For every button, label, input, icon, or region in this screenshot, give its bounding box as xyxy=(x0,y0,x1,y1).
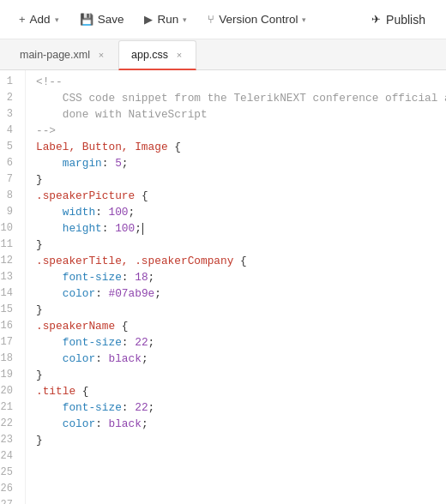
code-token: height xyxy=(63,222,102,235)
code-token xyxy=(36,157,63,170)
code-token: #07ab9e xyxy=(108,287,154,300)
code-line: font-size: 22; xyxy=(36,334,446,351)
line-number: 22 xyxy=(0,416,18,432)
code-token: : xyxy=(122,336,135,349)
publish-icon: ✈ xyxy=(371,13,381,26)
line-number: 13 xyxy=(0,269,18,285)
code-token: } xyxy=(36,434,43,447)
code-token: } xyxy=(36,369,43,381)
line-number: 21 xyxy=(0,399,18,416)
code-token: 5 xyxy=(115,157,122,170)
toolbar: + Add ▾ 💾 Save ▶ Run ▾ ⑂ Version Control… xyxy=(0,0,446,39)
code-token: 22 xyxy=(135,401,148,414)
line-number: 20 xyxy=(0,383,18,399)
save-label: Save xyxy=(98,13,124,26)
code-token: { xyxy=(135,189,148,202)
code-token: .speakerName xyxy=(36,320,115,333)
tab-app-css[interactable]: app.css × xyxy=(118,40,196,70)
code-token xyxy=(36,206,63,219)
code-line: } xyxy=(36,237,446,253)
code-token: ; xyxy=(148,271,155,284)
code-line: width: 100; xyxy=(36,204,446,220)
code-token: { xyxy=(233,255,246,267)
save-button[interactable]: 💾 Save xyxy=(71,8,133,31)
tab-bar: main-page.xml × app.css × xyxy=(0,39,446,70)
tab-app-css-close-icon[interactable]: × xyxy=(173,49,185,61)
tab-app-css-label: app.css xyxy=(131,49,168,61)
code-token: ; xyxy=(142,417,148,430)
code-token xyxy=(36,287,63,300)
code-token: font-size xyxy=(63,271,122,284)
add-button[interactable]: + Add ▾ xyxy=(10,8,68,31)
code-token: ; xyxy=(148,401,155,414)
code-line: } xyxy=(36,367,446,383)
code-line: margin: 5; xyxy=(36,155,446,171)
code-line: font-size: 18; xyxy=(36,269,446,285)
line-numbers: 1234567891011121314151617181920212223242… xyxy=(0,70,26,504)
code-token: done with NativeScript xyxy=(36,108,208,121)
code-token: : xyxy=(95,206,108,219)
text-cursor xyxy=(142,223,143,235)
code-line: .speakerTitle, .speakerCompany { xyxy=(36,253,446,269)
line-number: 19 xyxy=(0,367,18,383)
version-control-label: Version Control xyxy=(219,13,298,26)
line-number: 9 xyxy=(0,204,18,220)
code-token: { xyxy=(75,385,88,398)
run-button[interactable]: ▶ Run ▾ xyxy=(136,8,196,31)
code-lines: 1234567891011121314151617181920212223242… xyxy=(0,70,446,504)
code-token: ; xyxy=(154,287,161,300)
code-line: color: black; xyxy=(36,351,446,367)
run-label: Run xyxy=(157,13,178,26)
code-token: .title xyxy=(36,385,75,398)
code-token: .speakerTitle, .speakerCompany xyxy=(36,255,233,267)
code-token: color xyxy=(63,417,95,430)
code-token: color xyxy=(63,287,95,300)
code-token: ; xyxy=(142,352,148,365)
version-control-icon: ⑂ xyxy=(208,13,214,26)
line-number: 5 xyxy=(0,139,18,155)
code-token: } xyxy=(36,238,43,251)
line-number: 26 xyxy=(0,481,18,497)
code-line: } xyxy=(36,432,446,448)
code-line: color: #07ab9e; xyxy=(36,285,446,302)
code-token xyxy=(36,271,63,284)
run-icon: ▶ xyxy=(144,13,153,26)
code-content[interactable]: <!-- CSS code snippet from the TelerikNE… xyxy=(26,70,446,504)
save-icon: 💾 xyxy=(80,13,93,26)
line-number: 1 xyxy=(0,74,18,90)
version-control-caret-icon: ▾ xyxy=(302,15,306,24)
code-token: width xyxy=(63,206,95,219)
code-line: <!-- xyxy=(36,74,446,90)
code-token xyxy=(36,222,63,235)
code-token: } xyxy=(36,303,43,316)
code-line: color: black; xyxy=(36,416,446,432)
code-token: 100 xyxy=(115,222,135,235)
code-token: } xyxy=(36,173,43,186)
publish-label: Publish xyxy=(386,13,425,27)
code-token: 100 xyxy=(108,206,128,219)
code-line: .speakerPicture { xyxy=(36,188,446,204)
version-control-button[interactable]: ⑂ Version Control ▾ xyxy=(199,8,315,31)
code-token: : xyxy=(95,352,108,365)
line-number: 10 xyxy=(0,220,18,237)
plus-icon: + xyxy=(19,13,26,26)
code-token: 18 xyxy=(135,271,148,284)
line-number: 24 xyxy=(0,448,18,465)
tab-main-page-close-icon[interactable]: × xyxy=(95,49,107,61)
code-token: ; xyxy=(129,206,136,219)
code-line: Label, Button, Image { xyxy=(36,139,446,155)
code-token: : xyxy=(122,271,135,284)
line-number: 6 xyxy=(0,155,18,171)
code-token: { xyxy=(168,141,181,153)
add-caret-icon: ▾ xyxy=(55,15,59,24)
code-token xyxy=(36,352,63,365)
code-line: font-size: 22; xyxy=(36,399,446,416)
tab-main-page[interactable]: main-page.xml × xyxy=(7,39,118,69)
code-token: : xyxy=(122,401,135,414)
code-token: .speakerPicture xyxy=(36,189,135,202)
code-editor[interactable]: 1234567891011121314151617181920212223242… xyxy=(0,70,446,504)
publish-button[interactable]: ✈ Publish xyxy=(361,8,436,32)
line-number: 14 xyxy=(0,285,18,302)
code-token: color xyxy=(63,352,95,365)
line-number: 18 xyxy=(0,351,18,367)
